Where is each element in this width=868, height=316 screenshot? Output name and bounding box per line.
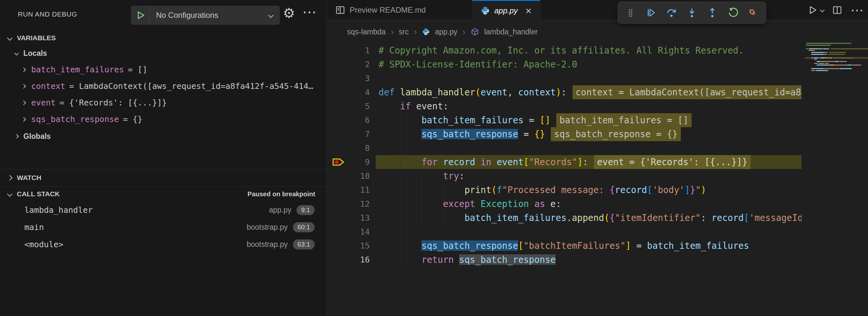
editor-area: Preview README.md app.py × ⋯ xyxy=(327,0,868,316)
tab-label: Preview README.md xyxy=(350,5,426,14)
variable-value: = {'Records': [{...}]} xyxy=(59,98,167,107)
breadcrumb-item[interactable]: lambda_handler xyxy=(484,28,538,36)
breadcrumb-item[interactable]: sqs-lambda xyxy=(347,28,386,36)
run-python-file-button[interactable] xyxy=(808,5,824,15)
continue-icon[interactable] xyxy=(646,7,656,18)
line-number[interactable]: 7 xyxy=(327,127,370,141)
frame-name: lambda_handler xyxy=(24,206,269,215)
variable-row-event[interactable]: event = {'Records': [{...}]} xyxy=(0,94,326,111)
more-actions-icon[interactable]: ⋯ xyxy=(850,5,864,15)
code-line-content: sqs_batch_response = {}sqs_batch_respons… xyxy=(376,127,802,141)
breadcrumb-item[interactable]: app.py xyxy=(435,28,457,36)
code-line-7[interactable]: 7 sqs_batch_response = {}sqs_batch_respo… xyxy=(327,127,802,141)
code-line-1[interactable]: 1# Copyright Amazon.com, Inc. or its aff… xyxy=(327,43,802,57)
line-number[interactable]: 2 xyxy=(327,57,370,71)
debug-config-dropdown[interactable]: No Configurations xyxy=(131,6,280,25)
line-number[interactable]: 6 xyxy=(327,113,370,127)
code-editor[interactable]: 1# Copyright Amazon.com, Inc. or its aff… xyxy=(327,43,802,316)
chevron-down-icon xyxy=(7,191,13,197)
code-line-13[interactable]: 13 batch_item_failures.append({"itemIden… xyxy=(327,211,802,225)
line-number[interactable]: 4 xyxy=(327,85,370,99)
line-number[interactable]: 1 xyxy=(327,43,370,57)
stack-frame-main[interactable]: main bootstrap.py 60:1 xyxy=(0,219,326,236)
code-line-6[interactable]: 6 batch_item_failures = []batch_item_fai… xyxy=(327,113,802,127)
chevron-down-icon xyxy=(7,35,13,41)
chevron-right-icon xyxy=(22,84,26,88)
code-line-14[interactable]: 14 xyxy=(327,225,802,239)
tab-app-py[interactable]: app.py × xyxy=(472,0,540,21)
code-line-3[interactable]: 3 xyxy=(327,71,802,85)
frame-name: main xyxy=(24,223,247,232)
code-line-2[interactable]: 2# SPDX-License-Identifier: Apache-2.0 xyxy=(327,57,802,71)
breadcrumb-separator: › xyxy=(463,27,465,37)
tab-preview-readme[interactable]: Preview README.md xyxy=(327,0,472,20)
restart-icon[interactable] xyxy=(727,7,738,18)
code-line-8[interactable]: 8 xyxy=(327,141,802,155)
code-line-10[interactable]: 10 try: xyxy=(327,169,802,183)
python-icon xyxy=(481,6,490,15)
code-line-11[interactable]: 11 print(f"Processed message: {record['b… xyxy=(327,183,802,197)
frame-location-badge: 9:1 xyxy=(297,205,315,215)
variable-row-batch-item-failures[interactable]: batch_item_failures = [] xyxy=(0,61,326,78)
toolbar-drag-handle[interactable] xyxy=(625,7,636,18)
python-icon xyxy=(422,28,430,36)
line-number[interactable]: 11 xyxy=(327,183,370,197)
line-number[interactable]: 12 xyxy=(327,197,370,211)
code-line-content xyxy=(376,141,802,155)
variable-row-context[interactable]: context = LambdaContext([aws_request_id=… xyxy=(0,78,326,94)
code-line-16[interactable]: 16 return sqs_batch_response xyxy=(327,253,802,267)
chevron-down-icon xyxy=(268,13,274,18)
tab-label: app.py xyxy=(494,6,518,15)
frame-location-badge: 60:1 xyxy=(293,222,315,232)
inline-debug-value: event = {'Records': [{...}]} xyxy=(594,155,751,169)
line-number[interactable]: 10 xyxy=(327,169,370,183)
step-into-icon[interactable] xyxy=(686,7,698,18)
line-number[interactable]: 15 xyxy=(327,239,370,253)
close-icon[interactable]: × xyxy=(525,5,532,17)
code-line-content: print(f"Processed message: {record['body… xyxy=(376,183,802,197)
line-number[interactable]: 5 xyxy=(327,99,370,113)
breadcrumb: sqs-lambda › src › app.py › lambda_handl… xyxy=(327,20,868,43)
variable-row-sqs-batch-response[interactable]: sqs_batch_response = {} xyxy=(0,111,326,127)
frame-name: <module> xyxy=(24,240,247,249)
locals-tree-item[interactable]: Locals xyxy=(0,45,326,61)
step-over-icon[interactable] xyxy=(666,7,677,18)
watch-header-label: WATCH xyxy=(17,174,41,182)
variable-name: sqs_batch_response xyxy=(31,115,119,124)
stack-frame-lambda-handler[interactable]: lambda_handler app.py 9:1 xyxy=(0,201,326,219)
breadcrumb-item[interactable]: src xyxy=(399,28,409,36)
variable-value: = {} xyxy=(123,115,143,124)
variable-name: context xyxy=(31,82,65,91)
call-stack-section-header[interactable]: CALL STACK Paused on breakpoint xyxy=(0,187,326,201)
variables-section-header[interactable]: VARIABLES xyxy=(0,31,326,45)
minimap[interactable] xyxy=(805,43,868,95)
code-line-5[interactable]: 5 if event: xyxy=(327,99,802,113)
code-line-12[interactable]: 12 except Exception as e: xyxy=(327,197,802,211)
start-debug-icon[interactable] xyxy=(131,6,150,24)
code-line-content xyxy=(376,225,802,239)
run-and-debug-sidebar: RUN AND DEBUG No Configurations ⚙ ⋯ VARI… xyxy=(0,0,327,316)
indent-guide xyxy=(400,99,400,267)
watch-section-header[interactable]: WATCH xyxy=(0,169,326,186)
more-actions-icon[interactable]: ⋯ xyxy=(302,3,317,22)
split-editor-icon[interactable] xyxy=(832,5,842,15)
line-number[interactable]: 14 xyxy=(327,225,370,239)
gear-icon[interactable]: ⚙ xyxy=(283,4,295,23)
code-line-9[interactable]: 9 for record in event["Records"]:event =… xyxy=(327,155,802,169)
disconnect-icon[interactable] xyxy=(747,7,758,18)
sidebar-title: RUN AND DEBUG xyxy=(18,10,77,18)
code-line-15[interactable]: 15 sqs_batch_response["batchItemFailures… xyxy=(327,239,802,253)
chevron-right-icon xyxy=(22,117,26,121)
variable-name: event xyxy=(31,98,56,107)
step-out-icon[interactable] xyxy=(707,7,718,18)
code-line-4[interactable]: 4def lambda_handler(event, context):cont… xyxy=(327,85,802,99)
chevron-down-icon xyxy=(820,8,825,12)
line-number[interactable]: 3 xyxy=(327,71,370,85)
stack-frame-module[interactable]: <module> bootstrap.py 63:1 xyxy=(0,236,326,253)
chevron-right-icon xyxy=(14,134,19,138)
vscode-debug-window: { "icons": { "gear": "⚙", "more": "⋯", "… xyxy=(0,0,868,316)
line-number[interactable]: 13 xyxy=(327,211,370,225)
line-number[interactable]: 8 xyxy=(327,141,370,155)
line-number[interactable]: 16 xyxy=(327,253,370,267)
globals-tree-item[interactable]: Globals xyxy=(0,128,326,145)
